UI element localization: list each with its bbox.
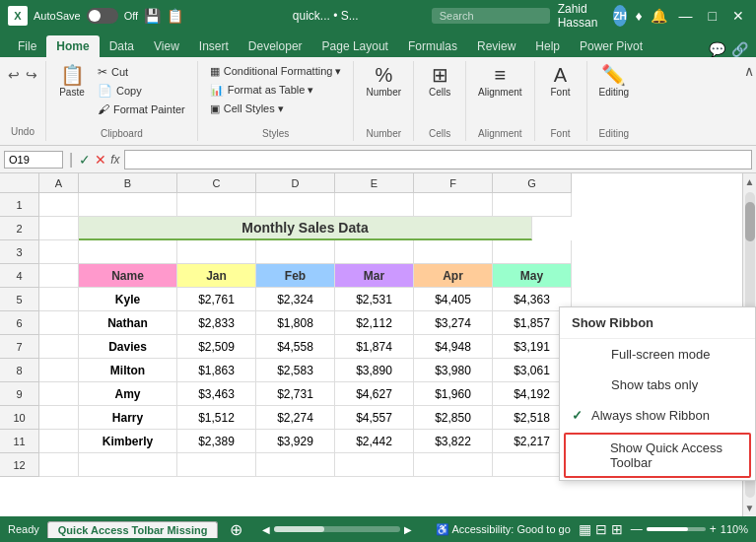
- col-header-c[interactable]: C: [177, 173, 256, 193]
- row-header-6[interactable]: 6: [0, 311, 39, 335]
- cell-apr-davies[interactable]: $4,948: [414, 335, 493, 359]
- cell-mar-milton[interactable]: $3,890: [335, 359, 414, 382]
- row-header-2[interactable]: 2: [0, 217, 39, 240]
- format-painter-button[interactable]: 🖌 Format Painter: [94, 101, 189, 118]
- cell-apr-kimberly[interactable]: $3,822: [414, 430, 493, 453]
- cell-e1[interactable]: [335, 193, 414, 217]
- bell-icon[interactable]: 🔔: [651, 8, 667, 24]
- row-header-5[interactable]: 5: [0, 288, 39, 311]
- row-header-3[interactable]: 3: [0, 240, 39, 264]
- tab-data[interactable]: Data: [100, 35, 144, 57]
- row-header-7[interactable]: 7: [0, 335, 39, 359]
- cell-apr-amy[interactable]: $1,960: [414, 382, 493, 406]
- cell-feb-davies[interactable]: $4,558: [256, 335, 335, 359]
- cell-name-amy[interactable]: Amy: [79, 382, 177, 406]
- normal-view-icon[interactable]: ▦: [579, 521, 591, 537]
- row-header-10[interactable]: 10: [0, 406, 39, 430]
- cell-feb-milton[interactable]: $2,583: [256, 359, 335, 382]
- cell-c1[interactable]: [177, 193, 256, 217]
- cell-apr-harry[interactable]: $2,850: [414, 406, 493, 430]
- tab-developer[interactable]: Developer: [239, 35, 312, 57]
- number-button[interactable]: % Number: [362, 63, 405, 100]
- cell-b1[interactable]: [79, 193, 177, 217]
- cell-jan-kyle[interactable]: $2,761: [177, 288, 256, 311]
- autosave-toggle[interactable]: [87, 8, 118, 24]
- cell-f1[interactable]: [414, 193, 493, 217]
- header-jan[interactable]: Jan: [177, 264, 256, 288]
- cell-a12[interactable]: [39, 453, 79, 477]
- cell-name-milton[interactable]: Milton: [79, 359, 177, 382]
- col-header-b[interactable]: B: [79, 173, 177, 193]
- cell-c12[interactable]: [177, 453, 256, 477]
- tab-home[interactable]: Home: [46, 35, 99, 57]
- col-header-f[interactable]: F: [414, 173, 493, 193]
- cell-name-harry[interactable]: Harry: [79, 406, 177, 430]
- cell-f3[interactable]: [414, 240, 493, 264]
- scrollbar-thumb[interactable]: [745, 202, 755, 241]
- cell-a4[interactable]: [39, 264, 79, 288]
- cancel-icon[interactable]: ✕: [95, 152, 106, 168]
- copy-button[interactable]: 📄 Copy: [94, 82, 189, 100]
- cell-mar-kyle[interactable]: $2,531: [335, 288, 414, 311]
- zoom-slider[interactable]: [647, 527, 706, 531]
- editing-button[interactable]: ✏️ Editing: [595, 63, 634, 100]
- cell-mar-nathan[interactable]: $2,112: [335, 311, 414, 335]
- cell-name-nathan[interactable]: Nathan: [79, 311, 177, 335]
- scroll-right-arrow[interactable]: ▶: [404, 524, 412, 535]
- dropdown-fullscreen[interactable]: Full-screen mode: [560, 339, 755, 370]
- check-icon[interactable]: ✓: [79, 152, 91, 168]
- redo-button[interactable]: ↪: [24, 65, 39, 85]
- cell-a6[interactable]: [39, 311, 79, 335]
- cell-d3[interactable]: [256, 240, 335, 264]
- cell-e3[interactable]: [335, 240, 414, 264]
- cell-mar-harry[interactable]: $4,557: [335, 406, 414, 430]
- cell-apr-milton[interactable]: $3,980: [414, 359, 493, 382]
- formula-input[interactable]: [124, 150, 753, 169]
- alignment-button[interactable]: ≡ Alignment: [474, 63, 525, 100]
- cell-a1[interactable]: [39, 193, 79, 217]
- cell-jan-milton[interactable]: $1,863: [177, 359, 256, 382]
- close-button[interactable]: ✕: [728, 8, 748, 24]
- minimize-button[interactable]: —: [675, 8, 697, 24]
- row-header-1[interactable]: 1: [0, 193, 39, 217]
- cell-a2[interactable]: [39, 217, 79, 240]
- search-input[interactable]: [432, 8, 550, 24]
- dropdown-quick-access[interactable]: Show Quick Access Toolbar: [564, 433, 751, 478]
- cell-name-kyle[interactable]: Kyle: [79, 288, 177, 311]
- cell-styles-button[interactable]: ▣ Cell Styles ▾: [206, 101, 288, 117]
- cells-button[interactable]: ⊞ Cells: [422, 63, 457, 100]
- row-header-9[interactable]: 9: [0, 382, 39, 406]
- horizontal-scroll-thumb[interactable]: [274, 526, 324, 532]
- header-may[interactable]: May: [493, 264, 572, 288]
- cell-a11[interactable]: [39, 430, 79, 453]
- col-header-g[interactable]: G: [493, 173, 572, 193]
- undo-button[interactable]: ↩: [6, 65, 22, 85]
- cell-apr-kyle[interactable]: $4,405: [414, 288, 493, 311]
- col-header-a[interactable]: A: [39, 173, 79, 193]
- cell-jan-nathan[interactable]: $2,833: [177, 311, 256, 335]
- tab-formulas[interactable]: Formulas: [398, 35, 467, 57]
- save-icon2[interactable]: 📋: [167, 8, 183, 24]
- cell-feb-amy[interactable]: $2,731: [256, 382, 335, 406]
- cell-apr-nathan[interactable]: $3,274: [414, 311, 493, 335]
- dropdown-tabs-only[interactable]: Show tabs only: [560, 370, 755, 400]
- cell-d12[interactable]: [256, 453, 335, 477]
- cell-feb-kyle[interactable]: $2,324: [256, 288, 335, 311]
- header-mar[interactable]: Mar: [335, 264, 414, 288]
- tab-page-layout[interactable]: Page Layout: [312, 35, 398, 57]
- cell-g1[interactable]: [493, 193, 572, 217]
- cell-feb-harry[interactable]: $2,274: [256, 406, 335, 430]
- scroll-left-arrow[interactable]: ◀: [262, 524, 270, 535]
- header-apr[interactable]: Apr: [414, 264, 493, 288]
- tab-review[interactable]: Review: [467, 35, 525, 57]
- cell-c3[interactable]: [177, 240, 256, 264]
- cell-a3[interactable]: [39, 240, 79, 264]
- cell-mar-davies[interactable]: $1,874: [335, 335, 414, 359]
- ribbon-collapse-button[interactable]: ∧: [742, 61, 756, 141]
- row-header-4[interactable]: 4: [0, 264, 39, 288]
- cell-b3[interactable]: [79, 240, 177, 264]
- comments-icon[interactable]: 🔗: [731, 41, 748, 57]
- page-break-view-icon[interactable]: ⊞: [611, 521, 623, 537]
- cell-b12[interactable]: [79, 453, 177, 477]
- zoom-out-button[interactable]: —: [631, 522, 643, 536]
